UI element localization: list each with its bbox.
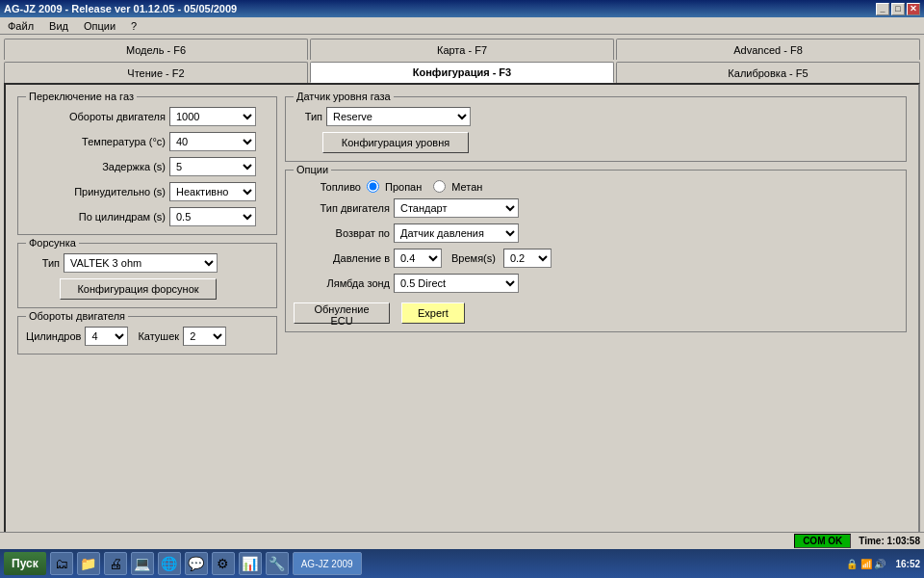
menu-view[interactable]: Вид xyxy=(45,19,72,33)
tab-model[interactable]: Модель - F6 xyxy=(4,39,308,60)
tabs-container: Модель - F6 Карта - F7 Advanced - F8 Чте… xyxy=(0,35,924,83)
gas-sensor-type-row: Тип Reserve xyxy=(294,107,898,126)
engine-type-select[interactable]: Стандарт xyxy=(394,198,519,218)
engine-type-row: Тип двигателя Стандарт xyxy=(294,198,898,218)
gas-sensor-config-row: Конфигурация уровня xyxy=(294,132,898,153)
taskbar-icon-2[interactable]: 📁 xyxy=(77,552,100,575)
by-cylinders-label: По цилиндрам (s) xyxy=(26,211,166,223)
lambda-select[interactable]: 0.5 Direct xyxy=(394,274,519,293)
gas-level-sensor-group: Датчик уровня газа Тип Reserve Конфигура… xyxy=(285,96,907,162)
cylinders-label: Цилиндров xyxy=(26,330,81,342)
title-bar: AG-JZ 2009 - Release ver 01.12.05 - 05/0… xyxy=(0,0,924,17)
taskbar-icon-8[interactable]: 📊 xyxy=(239,552,262,575)
maximize-button[interactable]: □ xyxy=(891,3,905,15)
coils-select[interactable]: 2 xyxy=(183,327,226,346)
pressure-select[interactable]: 0.4 xyxy=(394,249,442,268)
delay-select[interactable]: 5 xyxy=(169,157,256,176)
action-buttons-row: Обнуление ECU Expert xyxy=(294,302,898,324)
tabs-row1: Модель - F6 Карта - F7 Advanced - F8 xyxy=(4,39,920,60)
left-column: Переключение на газ Обороты двигателя 10… xyxy=(17,96,277,362)
by-cylinders-select[interactable]: 0.5 xyxy=(169,207,256,226)
reset-ecu-button[interactable]: Обнуление ECU xyxy=(294,302,390,324)
by-cylinders-row: По цилиндрам (s) 0.5 xyxy=(26,207,269,226)
time-label: Время(s) xyxy=(451,252,496,264)
pressure-row: Давление в 0.4 Время(s) 0.2 xyxy=(294,249,898,268)
taskbar-icons-right: 🔒 📶 🔊 xyxy=(846,559,886,569)
return-by-label: Возврат по xyxy=(294,227,390,239)
time-select[interactable]: 0.2 xyxy=(503,249,552,268)
engine-rpm-label: Обороты двигателя xyxy=(26,111,166,122)
coils-label: Катушек xyxy=(138,330,179,342)
injector-type-label: Тип xyxy=(26,257,60,269)
tab-map[interactable]: Карта - F7 xyxy=(310,39,614,60)
menu-options[interactable]: Опции xyxy=(80,19,119,33)
switch-to-gas-title: Переключение на газ xyxy=(26,91,137,102)
status-bar: COM OK Time: 1:03:58 xyxy=(0,532,924,549)
taskbar-right: 🔒 📶 🔊 16:52 xyxy=(846,559,920,569)
tab-read[interactable]: Чтение - F2 xyxy=(4,62,308,83)
temperature-label: Температура (°c) xyxy=(26,136,166,147)
forced-label: Принудительно (s) xyxy=(26,186,166,197)
injector-config-button[interactable]: Конфигурация форсунок xyxy=(60,278,217,300)
fuel-metan-label: Метан xyxy=(451,181,482,193)
forced-select[interactable]: Неактивно xyxy=(169,182,256,201)
return-by-select[interactable]: Датчик давления xyxy=(394,223,519,243)
pressure-label: Давление в xyxy=(294,252,390,264)
engine-rpm-group: Обороты двигателя Цилиндров 4 Катушек 2 xyxy=(17,316,277,355)
taskbar-clock: 16:52 xyxy=(895,559,920,569)
temperature-row: Температура (°c) 40 xyxy=(26,132,269,151)
gas-sensor-type-select[interactable]: Reserve xyxy=(326,107,471,126)
taskbar-icon-6[interactable]: 💬 xyxy=(185,552,208,575)
injector-title: Форсунка xyxy=(26,237,79,249)
taskbar: Пуск 🗂 📁 🖨 💻 🌐 💬 ⚙ 📊 🔧 AG-JZ 2009 🔒 📶 🔊 … xyxy=(0,549,924,578)
tab-calibration[interactable]: Калибровка - F5 xyxy=(616,62,920,83)
menu-help[interactable]: ? xyxy=(127,19,141,33)
fuel-propan-label: Пропан xyxy=(385,181,422,193)
injector-type-select[interactable]: VALTEK 3 ohm xyxy=(64,253,218,273)
fuel-metan-radio[interactable] xyxy=(433,180,446,193)
start-button[interactable]: Пуск xyxy=(4,552,46,575)
right-column: Датчик уровня газа Тип Reserve Конфигура… xyxy=(285,96,907,362)
switch-to-gas-group: Переключение на газ Обороты двигателя 10… xyxy=(17,96,277,235)
gas-level-sensor-title: Датчик уровня газа xyxy=(294,91,394,102)
cylinders-select[interactable]: 4 xyxy=(85,327,128,346)
com-status: COM OK xyxy=(794,534,851,548)
title-bar-text: AG-JZ 2009 - Release ver 01.12.05 - 05/0… xyxy=(4,3,237,14)
delay-label: Задержка (s) xyxy=(26,161,166,172)
lambda-row: Лямбда зонд 0.5 Direct xyxy=(294,274,898,293)
fuel-label: Топливо xyxy=(294,181,361,193)
injector-config-row: Конфигурация форсунок xyxy=(26,278,269,300)
delay-row: Задержка (s) 5 xyxy=(26,157,269,176)
taskbar-icon-7[interactable]: ⚙ xyxy=(212,552,235,575)
tab-config[interactable]: Конфигурация - F3 xyxy=(310,62,614,83)
lambda-label: Лямбда зонд xyxy=(294,277,390,289)
active-app[interactable]: AG-JZ 2009 xyxy=(293,552,362,575)
gas-sensor-type-label: Тип xyxy=(294,111,322,122)
return-by-row: Возврат по Датчик давления xyxy=(294,223,898,243)
fuel-row: Топливо Пропан Метан xyxy=(294,180,898,193)
options-group: Опции Топливо Пропан Метан Тип двигателя… xyxy=(285,170,907,332)
injector-group: Форсунка Тип VALTEK 3 ohm Конфигурация ф… xyxy=(17,243,277,308)
expert-button[interactable]: Expert xyxy=(401,302,465,324)
taskbar-icon-5[interactable]: 🌐 xyxy=(158,552,181,575)
taskbar-icon-1[interactable]: 🗂 xyxy=(50,552,73,575)
tabs-row2: Чтение - F2 Конфигурация - F3 Калибровка… xyxy=(4,62,920,83)
main-content: Переключение на газ Обороты двигателя 10… xyxy=(4,83,920,555)
menu-file[interactable]: Файл xyxy=(4,19,38,33)
title-bar-buttons: _ □ ✕ xyxy=(876,3,920,15)
engine-rpm-select[interactable]: 1000 xyxy=(169,107,256,126)
taskbar-icon-9[interactable]: 🔧 xyxy=(266,552,289,575)
engine-type-label: Тип двигателя xyxy=(294,202,390,214)
injector-type-row: Тип VALTEK 3 ohm xyxy=(26,253,269,273)
minimize-button[interactable]: _ xyxy=(876,3,889,15)
content-columns: Переключение на газ Обороты двигателя 10… xyxy=(13,92,911,366)
taskbar-icon-3[interactable]: 🖨 xyxy=(104,552,127,575)
gas-level-config-button[interactable]: Конфигурация уровня xyxy=(322,132,469,153)
tab-advanced[interactable]: Advanced - F8 xyxy=(616,39,920,60)
close-button[interactable]: ✕ xyxy=(907,3,920,15)
cylinders-row: Цилиндров 4 Катушек 2 xyxy=(26,327,269,346)
temperature-select[interactable]: 40 xyxy=(169,132,256,151)
taskbar-icon-4[interactable]: 💻 xyxy=(131,552,154,575)
menu-bar: Файл Вид Опции ? xyxy=(0,17,924,35)
fuel-propan-radio[interactable] xyxy=(367,180,379,193)
